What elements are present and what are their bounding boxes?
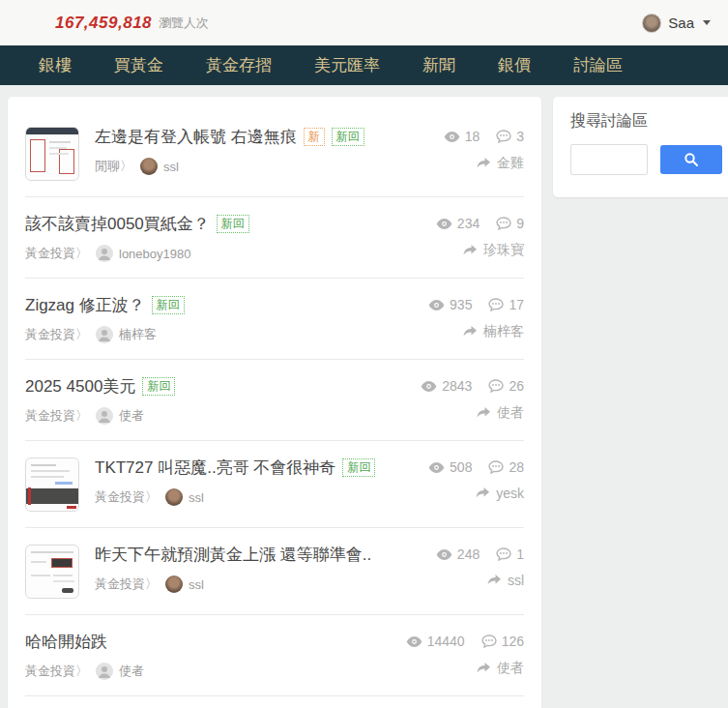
thread-author[interactable]: 使者 [119, 663, 144, 680]
last-reply-user: 使者 [497, 660, 524, 677]
badge-new-reply: 新回 [332, 128, 364, 146]
thread-category-link[interactable]: 黃金投資〉 [25, 245, 88, 262]
views-icon [421, 380, 437, 393]
site-view-count-label: 瀏覽人次 [159, 15, 209, 32]
table-row: 哈哈開始跌 黃金投資〉 使者 14440 126 使者 [25, 615, 524, 696]
nav-item-silver-shop[interactable]: 銀樓 [17, 45, 93, 85]
last-reply-link[interactable]: 珍珠寶 [462, 242, 524, 259]
user-menu[interactable]: Saa [642, 14, 711, 33]
thread-title[interactable]: 2025 4500美元 [25, 377, 135, 396]
top-bar: 167,459,818 瀏覽人次 Saa [0, 0, 728, 45]
comments-icon [496, 130, 511, 143]
thread-category-link[interactable]: 黃金投資〉 [25, 326, 88, 343]
thread-category-link[interactable]: 閒聊〉 [95, 158, 132, 175]
nav-item-silver-price[interactable]: 銀價 [477, 45, 552, 85]
author-avatar [140, 158, 158, 175]
thread-category-link[interactable]: 黃金投資〉 [95, 488, 158, 506]
nav-item-gold-passbook[interactable]: 黃金存摺 [185, 45, 293, 85]
badge-new: 新 [304, 128, 325, 146]
thread-thumbnail[interactable] [25, 127, 79, 181]
comments-icon [481, 634, 497, 648]
thread-author[interactable]: ssl [163, 160, 179, 174]
user-avatar [642, 14, 661, 33]
nav-item-usd-rate[interactable]: 美元匯率 [293, 45, 401, 85]
author-avatar [96, 407, 113, 425]
thread-category-link[interactable]: 黃金投資〉 [25, 407, 88, 425]
thread-category-link[interactable]: 黃金投資〉 [95, 575, 158, 593]
badge-new-reply: 新回 [152, 296, 185, 314]
search-button[interactable] [660, 145, 722, 174]
views-count: 935 [450, 297, 472, 312]
comments-icon [488, 460, 504, 474]
thread-title[interactable]: TKT727 叫惡魔..亮哥 不會很神奇 [95, 458, 335, 477]
views-count: 508 [450, 459, 472, 475]
thread-title[interactable]: 哈哈開始跌 [25, 633, 107, 651]
thread-title[interactable]: 該不該賣掉0050買紙金？ [25, 215, 210, 233]
thread-title[interactable]: 左邊是有登入帳號 右邊無痕 [95, 128, 297, 146]
last-reply-user: 金雞 [497, 155, 524, 172]
share-arrow-icon [486, 574, 502, 587]
share-arrow-icon [476, 662, 491, 675]
main-nav: 銀樓 買黃金 黃金存摺 美元匯率 新聞 銀價 討論區 [0, 45, 728, 85]
search-panel: 搜尋討論區 [553, 97, 728, 197]
views-count: 234 [457, 216, 480, 231]
search-input[interactable] [570, 144, 648, 175]
user-name: Saa [668, 15, 694, 31]
badge-new-reply: 新回 [342, 458, 375, 477]
thread-category-link[interactable]: 黃金投資〉 [25, 663, 88, 680]
views-icon [406, 635, 422, 648]
thread-thumbnail[interactable] [25, 457, 79, 512]
comments-icon [496, 217, 511, 230]
last-reply-link[interactable]: 金雞 [476, 155, 524, 172]
thread-author[interactable]: 使者 [119, 407, 144, 425]
share-arrow-icon [476, 406, 491, 420]
thread-author[interactable]: ssl [189, 490, 204, 505]
author-avatar [165, 488, 183, 506]
nav-item-forum[interactable]: 討論區 [552, 45, 644, 85]
comments-count: 9 [516, 216, 524, 231]
thread-thumbnail[interactable] [25, 545, 79, 599]
table-row: Zigzag 修正波？新回 黃金投資〉 楠梓客 935 17 楠梓客 [25, 279, 524, 360]
views-count: 14440 [427, 634, 465, 649]
thread-title[interactable]: Zigzag 修正波？ [25, 296, 145, 314]
views-icon [428, 299, 445, 311]
thread-author[interactable]: 楠梓客 [119, 326, 157, 343]
comments-count: 28 [509, 459, 524, 475]
author-avatar [96, 326, 113, 343]
site-view-count: 167,459,818 [55, 14, 152, 33]
comments-icon [496, 547, 511, 561]
last-reply-link[interactable]: ssl [486, 573, 524, 588]
last-reply-link[interactable]: 使者 [476, 404, 524, 422]
badge-new-reply: 新回 [142, 377, 175, 396]
views-icon [428, 461, 445, 474]
table-row: 左邊是有登入帳號 右邊無痕新新回 閒聊〉 ssl 18 3 金雞 [25, 110, 524, 197]
table-row: 近期金六量漲是跌？？ 點個人感想新新回 [25, 696, 524, 708]
table-row: 該不該賣掉0050買紙金？新回 黃金投資〉 loneboy1980 234 9 … [25, 197, 524, 279]
table-row: 2025 4500美元新回 黃金投資〉 使者 2843 26 使者 [25, 360, 524, 441]
author-avatar [165, 575, 183, 593]
comments-count: 3 [516, 129, 524, 144]
views-icon [436, 218, 452, 230]
badge-new-reply: 新回 [217, 215, 249, 233]
table-row: TKT727 叫惡魔..亮哥 不會很神奇新回 黃金投資〉 ssl 508 28 … [25, 441, 524, 528]
comments-icon [488, 298, 504, 311]
author-avatar [96, 245, 113, 262]
author-avatar [96, 663, 113, 680]
last-reply-user: ssl [508, 573, 524, 588]
views-count: 18 [465, 129, 480, 144]
nav-item-news[interactable]: 新聞 [401, 45, 477, 85]
last-reply-user: yesk [496, 486, 524, 501]
last-reply-link[interactable]: yesk [475, 486, 524, 501]
nav-item-buy-gold[interactable]: 買黃金 [93, 45, 185, 85]
last-reply-link[interactable]: 楠梓客 [462, 323, 524, 340]
thread-author[interactable]: loneboy1980 [119, 247, 190, 261]
table-row: 昨天下午就預測黃金上漲 還等聯準會.. 黃金投資〉 ssl 248 1 ssl [25, 528, 524, 615]
thread-author[interactable]: ssl [189, 577, 204, 592]
views-count: 2843 [442, 378, 472, 394]
views-icon [444, 131, 460, 143]
last-reply-link[interactable]: 使者 [476, 660, 524, 677]
last-reply-user: 珍珠寶 [483, 242, 524, 259]
comments-count: 17 [509, 297, 524, 312]
comments-icon [488, 379, 504, 393]
thread-title[interactable]: 昨天下午就預測黃金上漲 還等聯準會.. [95, 546, 371, 564]
